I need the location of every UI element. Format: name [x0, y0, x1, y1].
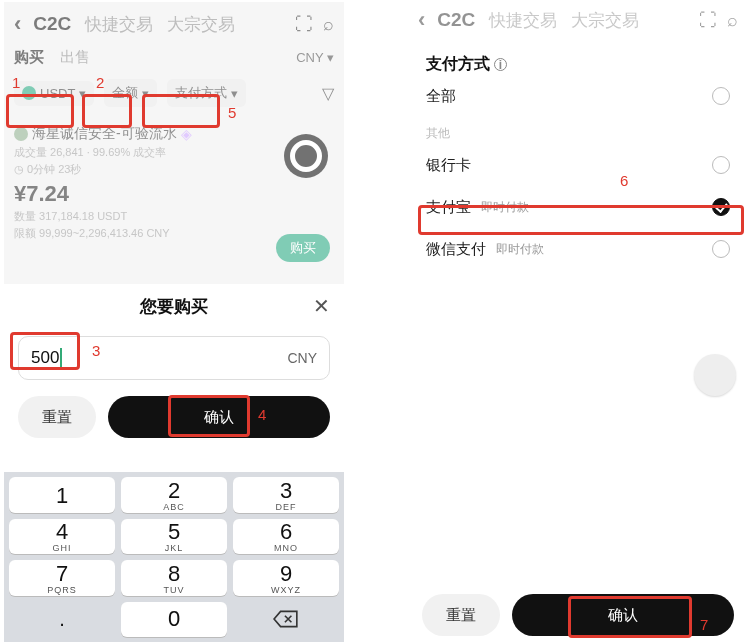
- key-5[interactable]: 5JKL: [121, 519, 227, 555]
- pm-section-other: 其他: [426, 125, 730, 142]
- pm-option-bank[interactable]: 银行卡: [426, 144, 730, 186]
- merchant-buy-button[interactable]: 购买: [276, 234, 330, 262]
- tab-c2c[interactable]: C2C: [33, 13, 71, 35]
- chevron-down-icon: ▾: [79, 86, 86, 101]
- pm-title: 支付方式: [426, 54, 490, 75]
- payment-method-sheet: 支付方式i 全部 其他 银行卡 支付宝 即时付款 微信支付 即时付款 重置 确认: [408, 42, 746, 642]
- sheet-title: 您要购买: [140, 295, 208, 318]
- key-3[interactable]: 3DEF: [233, 477, 339, 513]
- radio-unchecked: [712, 87, 730, 105]
- key-backspace[interactable]: [233, 602, 339, 638]
- pm-option-all[interactable]: 全部: [426, 75, 730, 117]
- merchant-price: ¥7.24: [14, 181, 334, 207]
- tab-block[interactable]: 大宗交易: [571, 9, 639, 32]
- usdt-icon: [22, 86, 36, 100]
- amount-unit: CNY: [287, 350, 317, 366]
- merchant-qty: 数量 317,184.18 USDT: [14, 209, 334, 224]
- filter-coin[interactable]: USDT ▾: [14, 81, 94, 106]
- merchant-name: 海星诚信安全-可验流水: [32, 125, 177, 143]
- pm-option-alipay[interactable]: 支付宝 即时付款: [426, 186, 730, 228]
- key-8[interactable]: 8TUV: [121, 560, 227, 596]
- pm-alipay-label: 支付宝: [426, 198, 471, 217]
- filter-payment-label: 支付方式: [175, 84, 227, 102]
- close-icon[interactable]: ✕: [313, 294, 330, 318]
- chevron-down-icon: ▾: [142, 86, 149, 101]
- filter-amount[interactable]: 金额 ▾: [104, 79, 157, 107]
- scan-icon[interactable]: ⛶: [699, 10, 717, 31]
- tab-block[interactable]: 大宗交易: [167, 13, 235, 36]
- pm-all-label: 全部: [426, 87, 456, 106]
- subtab-sell[interactable]: 出售: [60, 48, 90, 67]
- info-icon[interactable]: i: [494, 58, 507, 71]
- radio-unchecked: [712, 240, 730, 258]
- key-4[interactable]: 4GHI: [9, 519, 115, 555]
- scan-icon[interactable]: ⛶: [295, 14, 313, 35]
- back-icon[interactable]: ‹: [14, 11, 21, 37]
- subtab-buy[interactable]: 购买: [14, 48, 44, 67]
- pm-bank-label: 银行卡: [426, 156, 471, 175]
- merchant-avatar: [14, 127, 28, 141]
- confirm-button[interactable]: 确认: [108, 396, 330, 438]
- back-icon[interactable]: ‹: [418, 7, 425, 33]
- radio-checked: [712, 198, 730, 216]
- radio-unchecked: [712, 156, 730, 174]
- search-icon[interactable]: ⌕: [727, 10, 738, 31]
- key-9[interactable]: 9WXYZ: [233, 560, 339, 596]
- pm-confirm-button[interactable]: 确认: [512, 594, 734, 636]
- floating-button[interactable]: [694, 354, 736, 396]
- filter-coin-label: USDT: [40, 86, 75, 101]
- search-icon[interactable]: ⌕: [323, 14, 334, 35]
- amount-value: 500: [31, 348, 59, 368]
- key-7[interactable]: 7PQRS: [9, 560, 115, 596]
- filter-icon[interactable]: ▽: [322, 84, 334, 103]
- key-6[interactable]: 6MNO: [233, 519, 339, 555]
- buy-sheet: 您要购买 ✕ 500 CNY 重置 确认 1 2ABC 3DEF 4GHI 5J…: [4, 284, 344, 642]
- filter-payment[interactable]: 支付方式 ▾: [167, 79, 246, 107]
- verified-icon: ◈: [181, 126, 192, 142]
- floating-ring[interactable]: [284, 134, 328, 178]
- key-0[interactable]: 0: [121, 602, 227, 638]
- tab-express[interactable]: 快捷交易: [85, 13, 153, 36]
- pm-wechat-label: 微信支付: [426, 240, 486, 259]
- key-2[interactable]: 2ABC: [121, 477, 227, 513]
- key-1[interactable]: 1: [9, 477, 115, 513]
- currency-selector[interactable]: CNY ▾: [296, 50, 334, 65]
- key-dot[interactable]: .: [9, 602, 115, 638]
- chevron-down-icon: ▾: [231, 86, 238, 101]
- pm-wechat-sub: 即时付款: [496, 241, 544, 258]
- reset-button[interactable]: 重置: [18, 396, 96, 438]
- pm-alipay-sub: 即时付款: [481, 199, 529, 216]
- text-cursor: [60, 348, 62, 368]
- pm-option-wechat[interactable]: 微信支付 即时付款: [426, 228, 730, 270]
- amount-input[interactable]: 500 CNY: [18, 336, 330, 380]
- filter-amount-label: 金额: [112, 84, 138, 102]
- numeric-keypad: 1 2ABC 3DEF 4GHI 5JKL 6MNO 7PQRS 8TUV 9W…: [4, 472, 344, 642]
- pm-reset-button[interactable]: 重置: [422, 594, 500, 636]
- tab-c2c[interactable]: C2C: [437, 9, 475, 31]
- tab-express[interactable]: 快捷交易: [489, 9, 557, 32]
